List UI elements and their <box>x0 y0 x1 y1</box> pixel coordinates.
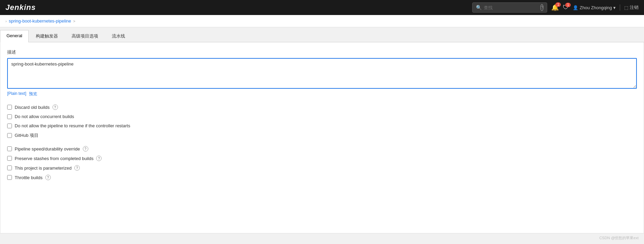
checkbox-label-no-resume: Do not allow the pipeline to resume if t… <box>15 123 130 128</box>
checkbox-throttle[interactable] <box>7 175 12 180</box>
help-icon-preserve-stashes[interactable]: ? <box>96 156 102 161</box>
tab-build-triggers[interactable]: 构建触发器 <box>29 30 64 42</box>
user-menu[interactable]: 👤 Zhou Zhongqing ▾ <box>573 5 616 10</box>
breadcrumb-link-pipeline[interactable]: spring-boot-kubernetes-pipeline <box>9 18 71 24</box>
checkbox-no-resume[interactable] <box>7 124 12 128</box>
checkbox-label-github-project: GitHub 项目 <box>15 132 39 139</box>
breadcrumb: › spring-boot-kubernetes-pipeline > <box>0 15 644 27</box>
help-icon-throttle[interactable]: ? <box>45 175 51 180</box>
logout-label: 注销 <box>630 4 639 11</box>
chevron-down-icon: ▾ <box>613 5 616 10</box>
tab-pipeline[interactable]: 流水线 <box>105 30 132 42</box>
tab-general[interactable]: General <box>0 30 29 42</box>
description-label: 描述 <box>7 49 637 55</box>
checkbox-item-no-concurrent: Do not allow concurrent builds <box>7 112 637 121</box>
checkbox-preserve-stashes[interactable] <box>7 156 12 161</box>
breadcrumb-chevron-end: > <box>73 19 75 23</box>
user-icon: 👤 <box>573 5 578 10</box>
shield-button[interactable]: 🛡 1 <box>563 4 569 11</box>
checkbox-item-discard-old-builds: Discard old builds ? <box>7 102 637 112</box>
preview-link[interactable]: 预览 <box>29 91 37 97</box>
tabs-bar: General 构建触发器 高级项目选项 流水线 <box>0 30 644 42</box>
logout-icon: ⬚ <box>624 5 628 10</box>
checkbox-item-pipeline-speed: Pipeline speed/durability override ? <box>7 144 637 154</box>
bell-badge: 1 <box>555 2 561 7</box>
search-icon: 🔍 <box>476 5 482 10</box>
breadcrumb-chevron-start: › <box>5 19 7 23</box>
shield-badge: 1 <box>565 3 571 7</box>
checkbox-pipeline-speed[interactable] <box>7 146 12 151</box>
checkbox-parameterized[interactable] <box>7 166 12 170</box>
bell-button[interactable]: 🔔 1 <box>551 4 559 11</box>
plain-text-link[interactable]: [Plain text] <box>7 91 26 97</box>
search-input[interactable] <box>484 5 538 10</box>
checkbox-no-concurrent[interactable] <box>7 114 12 119</box>
main-content: 描述 spring-boot-kubernetes-pipeline [Plai… <box>0 42 644 233</box>
checkbox-label-preserve-stashes: Preserve stashes from completed builds <box>15 156 93 161</box>
checkbox-item-no-resume: Do not allow the pipeline to resume if t… <box>7 121 637 130</box>
checkbox-item-throttle: Throttle builds ? <box>7 173 637 182</box>
checkbox-group: Discard old builds ? Do not allow concur… <box>7 102 637 182</box>
search-help-icon[interactable]: ? <box>540 4 543 11</box>
checkbox-discard-old-builds[interactable] <box>7 105 12 110</box>
user-name: Zhou Zhongqing <box>580 5 612 10</box>
header: Jenkins 🔍 ? 🔔 1 🛡 1 👤 Zhou Zhongqing ▾ ⬚… <box>0 0 644 15</box>
tab-advanced-options[interactable]: 高级项目选项 <box>65 30 105 42</box>
search-bar[interactable]: 🔍 ? <box>472 2 547 13</box>
checkbox-label-pipeline-speed: Pipeline speed/durability override <box>15 146 80 152</box>
checkbox-item-github-project: GitHub 项目 <box>7 130 637 141</box>
checkbox-item-parameterized: This project is parameterized ? <box>7 163 637 173</box>
checkbox-item-preserve-stashes: Preserve stashes from completed builds ? <box>7 154 637 163</box>
checkbox-label-no-concurrent: Do not allow concurrent builds <box>15 114 74 119</box>
help-icon-discard-old-builds[interactable]: ? <box>53 104 58 110</box>
description-textarea[interactable]: spring-boot-kubernetes-pipeline <box>7 58 637 89</box>
checkbox-label-parameterized: This project is parameterized <box>15 166 72 171</box>
help-icon-pipeline-speed[interactable]: ? <box>83 146 88 152</box>
checkbox-github-project[interactable] <box>7 133 12 138</box>
logout-button[interactable]: ⬚ 注销 <box>620 4 639 11</box>
logo: Jenkins <box>5 3 36 12</box>
checkbox-label-throttle: Throttle builds <box>15 175 43 180</box>
checkbox-label-discard-old-builds: Discard old builds <box>15 105 50 110</box>
help-icon-parameterized[interactable]: ? <box>74 165 80 171</box>
textarea-links: [Plain text] 预览 <box>7 91 637 97</box>
